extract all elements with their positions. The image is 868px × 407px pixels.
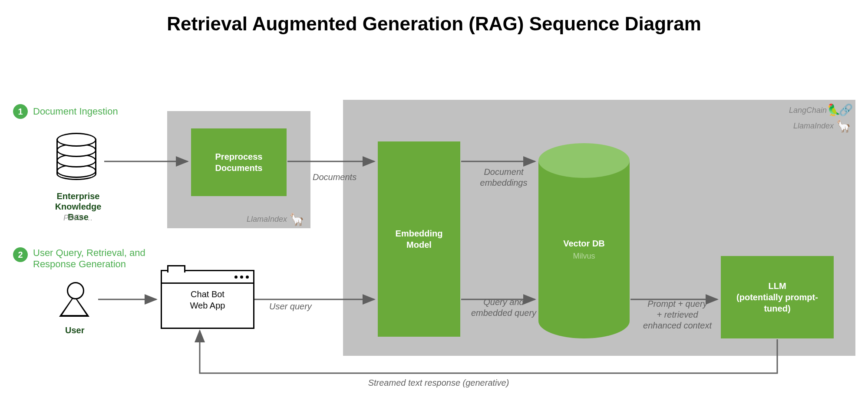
prompt-l3: enhanced context <box>643 321 712 330</box>
preprocess-l1: Preprocess <box>215 151 263 162</box>
step-2-label: User Query, Retrieval, and Response Gene… <box>33 247 155 270</box>
chatbot-window: Chat Bot Web App <box>161 270 254 329</box>
preprocess-box: Preprocess Documents <box>191 128 287 196</box>
arrow-label-stream: Streamed text response (generative) <box>347 377 530 388</box>
embedding-l1: Embedding <box>396 228 443 239</box>
llm-l1: LLM <box>768 280 786 292</box>
doc-embed-l1: Document <box>484 167 523 177</box>
browser-dot-icon <box>240 276 243 279</box>
llama-icon: 🦙 <box>289 212 304 226</box>
browser-tab-icon <box>167 265 185 272</box>
chain-icon: 🔗 <box>839 103 853 117</box>
llamaindex-note-small: LlamaIndex <box>247 215 287 224</box>
query-embed-l1: Query and <box>483 297 524 307</box>
arrow-label-user-query: User query <box>269 301 321 312</box>
prompt-l1: Prompt + query <box>647 299 707 309</box>
langchain-note: LangChain <box>789 106 827 115</box>
diagram-canvas: Retrieval Augmented Generation (RAG) Seq… <box>0 0 868 407</box>
user-icon <box>56 282 92 321</box>
arrow-label-documents: Documents <box>313 172 365 183</box>
database-icon <box>56 133 96 185</box>
arrow-label-prompt: Prompt + query + retrieved enhanced cont… <box>634 299 721 331</box>
llm-box: LLM (potentially prompt- tuned) <box>721 256 834 338</box>
browser-dot-icon <box>234 276 238 279</box>
chatbot-label: Chat Bot Web App <box>162 289 253 311</box>
embedding-l2: Model <box>406 239 432 250</box>
browser-dot-icon <box>246 276 249 279</box>
kb-line1: Enterprise <box>57 191 100 201</box>
preprocess-l2: Documents <box>215 162 263 174</box>
llamaindex-note: LlamaIndex <box>793 121 834 131</box>
knowledge-base-sub: PDFs … <box>43 213 113 223</box>
llm-l3: tuned) <box>764 303 790 314</box>
vectordb-sub: Milvus <box>538 252 630 261</box>
step-2-badge: 2 <box>13 247 28 262</box>
chatbot-l1: Chat Bot <box>191 289 224 299</box>
step-1-badge: 1 <box>13 104 28 119</box>
chatbot-l2: Web App <box>190 301 225 310</box>
arrow-label-query-embed: Query and embedded query <box>469 297 538 318</box>
llama-icon-large: 🦙 <box>836 119 851 133</box>
vectordb-label: Vector DB <box>538 239 630 249</box>
diagram-title: Retrieval Augmented Generation (RAG) Seq… <box>0 13 868 35</box>
doc-embed-l2: embeddings <box>480 178 528 187</box>
embedding-box: Embedding Model <box>378 141 460 337</box>
prompt-l2: + retrieved <box>657 310 698 319</box>
arrow-label-doc-embeddings: Document embeddings <box>473 167 534 188</box>
query-embed-l2: embedded query <box>471 308 536 318</box>
llm-l2: (potentially prompt- <box>736 292 818 303</box>
browser-top-bar <box>162 271 253 284</box>
user-label: User <box>65 325 84 335</box>
vectordb-cylinder: Vector DB Milvus <box>538 161 630 338</box>
step-1-label: Document Ingestion <box>33 106 118 117</box>
